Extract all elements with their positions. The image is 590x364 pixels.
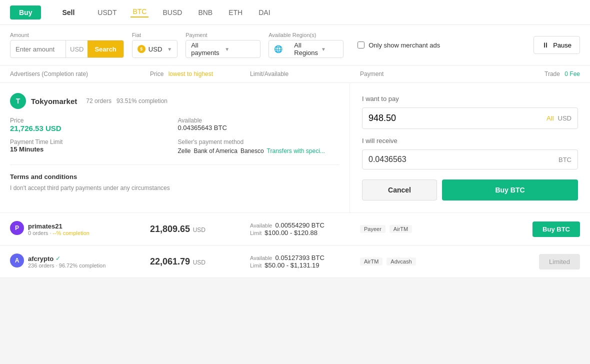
controls-bar: Amount USD Search Fiat $ USD ▼ Payment A… bbox=[0, 25, 590, 66]
row-completion: --% completion bbox=[53, 230, 90, 236]
pause-button[interactable]: ⏸ Pause bbox=[534, 36, 580, 54]
row-advertiser-name[interactable]: afcrypto bbox=[28, 255, 54, 262]
receive-input-group: 0.0436563 BTC bbox=[362, 150, 578, 170]
payment-badge: AirTM bbox=[360, 258, 382, 266]
expanded-left-panel: T Tokyomarket 72 orders 93.51% completio… bbox=[0, 83, 350, 212]
row-price: 21,809.65 USD bbox=[150, 224, 250, 234]
row-trade: Limited bbox=[460, 254, 580, 270]
action-buttons: Cancel Buy BTC bbox=[362, 180, 578, 200]
pause-icon: ⏸ bbox=[542, 41, 549, 49]
th-limit: Limit/Available bbox=[250, 70, 360, 78]
payment-methods-block: Seller's payment method Zelle Bank of Am… bbox=[178, 138, 340, 154]
row-price-currency: USD bbox=[193, 259, 206, 266]
completion-rate: 93.51% completion bbox=[116, 98, 168, 104]
row-available-label: Available 0.00554290 BTC bbox=[250, 222, 360, 229]
verified-icon: ✓ bbox=[56, 255, 60, 262]
fiat-currency: USD bbox=[148, 46, 162, 53]
trade-button[interactable]: Buy BTC bbox=[532, 222, 580, 237]
row-advertiser: P primates21 0 orders · --% completion bbox=[10, 221, 150, 237]
row-avatar: A bbox=[10, 254, 24, 268]
pay-amount-input[interactable] bbox=[368, 113, 546, 124]
terms-title: Terms and conditions bbox=[10, 173, 340, 180]
advertiser-name[interactable]: Tokyomarket bbox=[31, 97, 77, 106]
payment-label: Payment bbox=[186, 32, 260, 38]
fiat-select[interactable]: $ USD ▼ bbox=[132, 40, 178, 58]
payment-method-label: Seller's payment method bbox=[178, 138, 340, 146]
buy-tab[interactable]: Buy bbox=[10, 6, 41, 20]
amount-input[interactable] bbox=[10, 46, 66, 53]
trade-button[interactable]: Limited bbox=[539, 254, 580, 270]
expanded-right-panel: I want to pay All USD I will receive 0.0… bbox=[350, 83, 590, 212]
region-value: All Regions bbox=[294, 42, 318, 56]
price-block: Price 21,726.53 USD bbox=[10, 117, 172, 132]
tab-btc[interactable]: BTC bbox=[130, 8, 148, 18]
th-price: Price lowest to highest bbox=[150, 70, 250, 78]
price-info: Price 21,726.53 USD Available 0.04365643… bbox=[10, 117, 340, 154]
payment-banesco: Banesco bbox=[240, 148, 264, 154]
th-trade: Trade 0 Fee bbox=[460, 70, 580, 78]
amount-input-group: USD Search bbox=[10, 40, 124, 58]
advertiser-row: T Tokyomarket 72 orders 93.51% completio… bbox=[10, 93, 340, 109]
tab-eth[interactable]: ETH bbox=[226, 8, 244, 16]
terms-text: I don't accept third party payments unde… bbox=[10, 184, 340, 192]
payment-boa: Bank of America bbox=[194, 148, 238, 154]
row-available-label: Available 0.05127393 BTC bbox=[250, 254, 360, 262]
th-payment: Payment bbox=[360, 70, 460, 78]
pay-all-button[interactable]: All bbox=[546, 114, 554, 122]
payment-zelle: Zelle bbox=[178, 148, 191, 154]
sell-tab[interactable]: Sell bbox=[53, 6, 84, 20]
tab-bnb[interactable]: BNB bbox=[196, 8, 214, 16]
payment-select[interactable]: All payments ▼ bbox=[186, 40, 260, 58]
payment-arrow-icon: ▼ bbox=[224, 46, 255, 52]
row-limit: Available 0.05127393 BTC Limit $50.00 - … bbox=[250, 254, 360, 269]
row-limit-value: $100.00 - $120.88 bbox=[264, 229, 318, 236]
row-price-currency: USD bbox=[193, 226, 206, 234]
list-item: A afcrypto ✓ 236 orders · 96.72% complet… bbox=[0, 246, 590, 278]
row-advertiser: A afcrypto ✓ 236 orders · 96.72% complet… bbox=[10, 254, 150, 270]
row-limit-label: Limit $100.00 - $120.88 bbox=[250, 229, 360, 236]
fiat-arrow-icon: ▼ bbox=[167, 46, 172, 52]
search-button[interactable]: Search bbox=[88, 40, 123, 58]
available-block: Available 0.04365643 BTC bbox=[178, 117, 340, 132]
merchant-label[interactable]: Only show merchant ads bbox=[368, 42, 440, 49]
tab-dai[interactable]: DAI bbox=[256, 8, 272, 16]
payment-group: Payment All payments ▼ bbox=[186, 32, 260, 58]
expanded-card: T Tokyomarket 72 orders 93.51% completio… bbox=[0, 83, 590, 213]
buy-btc-button[interactable]: Buy BTC bbox=[442, 180, 578, 200]
time-limit-value: 15 Minutes bbox=[10, 146, 172, 153]
merchant-checkbox[interactable] bbox=[358, 42, 364, 48]
top-bar: Buy Sell USDT BTC BUSD BNB ETH DAI bbox=[0, 0, 590, 25]
th-fee-label: 0 Fee bbox=[564, 70, 580, 78]
table-header: Advertisers (Completion rate) Price lowe… bbox=[0, 66, 590, 83]
amount-label: Amount bbox=[10, 32, 124, 38]
region-select[interactable]: 🌐 All Regions ▼ bbox=[268, 40, 344, 58]
merchant-check: Only show merchant ads bbox=[358, 42, 440, 49]
th-price-sort: lowest to highest bbox=[168, 70, 213, 78]
row-advertiser-name[interactable]: primates21 bbox=[28, 222, 62, 230]
available-value: 0.04365643 BTC bbox=[178, 124, 340, 132]
region-label: Available Region(s) bbox=[268, 32, 344, 38]
row-price-value: 21,809.65 bbox=[150, 224, 190, 234]
payment-badge: Payeer bbox=[360, 225, 386, 233]
row-meta: 236 orders · 96.72% completion bbox=[28, 262, 106, 268]
row-price-value: 22,061.79 bbox=[150, 256, 190, 266]
pay-input-group: All USD bbox=[362, 108, 578, 129]
tab-busd[interactable]: BUSD bbox=[160, 8, 184, 16]
available-label: Available bbox=[178, 117, 340, 124]
want-to-pay-label: I want to pay bbox=[362, 95, 578, 102]
list-item: P primates21 0 orders · --% completion 2… bbox=[0, 213, 590, 246]
row-orders: 236 orders bbox=[28, 262, 54, 268]
payment-transfers[interactable]: Transfers with speci... bbox=[267, 148, 325, 154]
tab-usdt[interactable]: USDT bbox=[96, 8, 118, 16]
region-group: Available Region(s) 🌐 All Regions ▼ bbox=[268, 32, 344, 58]
receive-amount: 0.0436563 bbox=[368, 155, 558, 164]
th-price-label: Price bbox=[150, 70, 164, 78]
cancel-button[interactable]: Cancel bbox=[362, 180, 437, 200]
list-rows: P primates21 0 orders · --% completion 2… bbox=[0, 213, 590, 278]
payment-value: All payments bbox=[191, 42, 222, 56]
payment-badge: AirTM bbox=[390, 225, 412, 233]
pause-label: Pause bbox=[553, 42, 572, 49]
row-limit-value: $50.00 - $1,131.19 bbox=[264, 262, 319, 269]
price-label: Price bbox=[10, 117, 172, 124]
fiat-group: Fiat $ USD ▼ bbox=[132, 32, 178, 58]
